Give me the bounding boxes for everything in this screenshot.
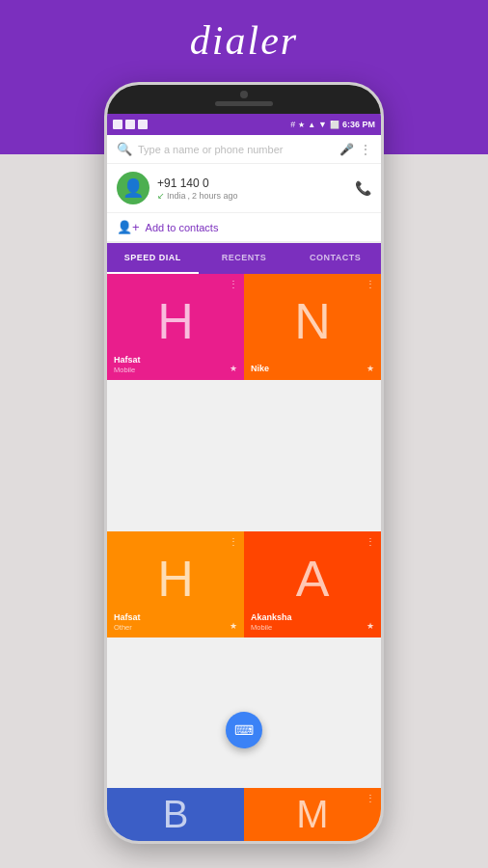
tab-bar: SPEED DIAL RECENTS CONTACTS <box>107 243 381 274</box>
speed-dial-cell-m[interactable]: ⋮ M <box>244 788 381 841</box>
nav-bar: ◀ ● ■ <box>107 841 381 844</box>
wifi-icon: ▼ <box>318 120 327 129</box>
status-left-icons <box>113 120 148 129</box>
dialpad-icon: ⌨ <box>234 722 254 738</box>
phone-device: # ★ ▲ ▼ ⬜ 6:36 PM 🔍 Type a name or phone… <box>104 82 384 844</box>
overflow-menu-icon[interactable]: ⋮ <box>360 143 371 156</box>
cell-name-akanksha: Akanksha <box>251 612 374 623</box>
call-info: +91 140 0 ↙ India , 2 hours ago <box>157 176 347 201</box>
cell-letter-a: A <box>296 550 330 608</box>
add-contacts-label: Add to contacts <box>146 222 219 233</box>
mic-icon[interactable]: 🎤 <box>339 143 354 156</box>
phone-screen: # ★ ▲ ▼ ⬜ 6:36 PM 🔍 Type a name or phone… <box>104 82 384 844</box>
call-direction-icon: ↙ <box>157 191 165 201</box>
call-time: 2 hours ago <box>192 191 238 201</box>
call-location: India <box>167 191 186 201</box>
speed-dial-cell-hafsat-mobile[interactable]: ⋮ H Hafsat Mobile ★ <box>107 274 244 380</box>
cell-star-3: ★ <box>230 621 237 631</box>
cell-menu-icon-4[interactable]: ⋮ <box>366 537 376 547</box>
cell-name-nike: Nike <box>251 364 374 374</box>
tab-recents[interactable]: RECENTS <box>199 243 290 274</box>
cell-star-4: ★ <box>366 621 374 631</box>
status-bar: # ★ ▲ ▼ ⬜ 6:36 PM <box>107 114 381 135</box>
cell-letter-h1: H <box>157 292 194 350</box>
cell-letter-n: N <box>294 292 331 350</box>
speed-dial-grid-bottom: B ⋮ M <box>107 788 381 841</box>
status-time: 6:36 PM <box>342 120 375 129</box>
contact-avatar: 👤 <box>117 172 149 204</box>
fab-dialpad-button[interactable]: ⌨ <box>226 712 262 748</box>
add-contact-icon: 👤+ <box>117 220 140 234</box>
cell-letter-b: B <box>163 793 189 836</box>
cell-star-2: ★ <box>366 364 374 373</box>
cell-type-hafsat-1: Mobile <box>114 366 237 374</box>
cell-menu-icon-3[interactable]: ⋮ <box>229 537 239 547</box>
speed-dial-cell-akanksha[interactable]: ⋮ A Akanksha Mobile ★ <box>244 531 381 637</box>
call-separator: , <box>188 191 191 201</box>
avatar-icon: 👤 <box>122 177 144 199</box>
cell-star-1: ★ <box>230 364 237 373</box>
status-right-area: # ★ ▲ ▼ ⬜ 6:36 PM <box>290 120 375 129</box>
search-bar[interactable]: 🔍 Type a name or phone number 🎤 ⋮ <box>107 135 381 164</box>
cell-letter-m: M <box>296 793 328 836</box>
battery-icon-text: ⬜ <box>330 121 339 129</box>
speed-dial-cell-hafsat-other[interactable]: ⋮ H Hafsat Other ★ <box>107 531 244 637</box>
tab-speed-dial[interactable]: SPEED DIAL <box>107 243 199 274</box>
cell-name-hafsat-2: Hafsat <box>114 612 237 623</box>
app-title: dialer <box>0 17 488 64</box>
cell-type-akanksha: Mobile <box>251 623 374 632</box>
add-to-contacts-row[interactable]: 👤+ Add to contacts <box>107 213 381 243</box>
front-camera <box>240 91 248 98</box>
earpiece <box>215 101 273 106</box>
tab-contacts[interactable]: CONTACTS <box>289 243 381 274</box>
phone-top-bar <box>107 85 381 114</box>
speed-dial-cell-b[interactable]: B <box>107 788 244 841</box>
cell-menu-icon-6[interactable]: ⋮ <box>366 793 375 803</box>
cell-menu-icon-2[interactable]: ⋮ <box>366 280 376 289</box>
call-phone-icon[interactable]: 📞 <box>355 180 371 196</box>
signal-icon: ▲ <box>308 121 315 129</box>
notification-icon-3 <box>138 120 148 129</box>
search-input[interactable]: Type a name or phone number <box>138 144 334 155</box>
call-number: +91 140 0 <box>157 176 347 190</box>
cell-menu-icon-1[interactable]: ⋮ <box>229 280 239 289</box>
search-icon: 🔍 <box>117 142 132 156</box>
star-icon: ★ <box>298 121 305 129</box>
call-detail: ↙ India , 2 hours ago <box>157 191 347 201</box>
cell-name-hafsat-1: Hafsat <box>114 355 237 366</box>
notification-icon-1 <box>113 120 122 129</box>
cell-type-hafsat-2: Other <box>114 623 237 632</box>
cell-letter-h2: H <box>157 550 194 608</box>
speed-dial-cell-nike[interactable]: ⋮ N Nike ★ <box>244 274 381 380</box>
notification-icon-2 <box>125 120 135 129</box>
recent-call-card: 👤 +91 140 0 ↙ India , 2 hours ago 📞 <box>107 164 381 213</box>
hashtag-icon: # <box>290 120 295 129</box>
